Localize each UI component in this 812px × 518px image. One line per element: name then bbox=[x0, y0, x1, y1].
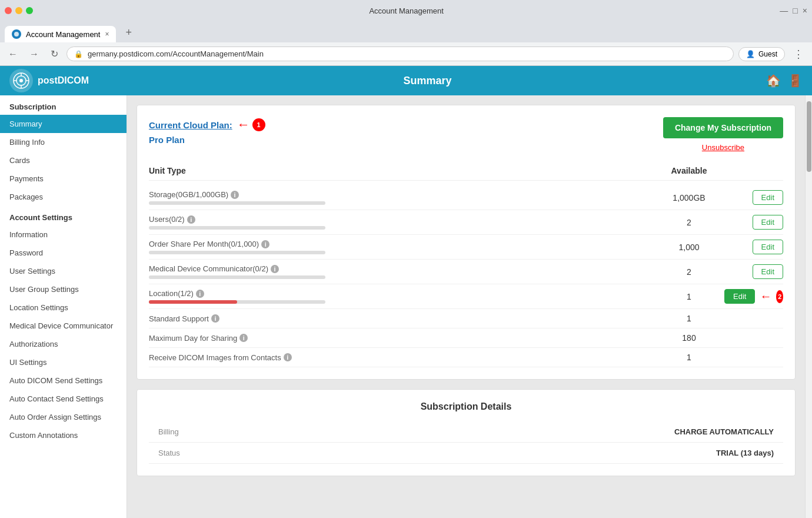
info-icon[interactable]: i bbox=[271, 265, 279, 273]
guest-profile-button[interactable]: 👤 Guest bbox=[738, 47, 785, 61]
close-button[interactable]: × bbox=[803, 6, 807, 15]
sidebar-item-information[interactable]: Information bbox=[0, 225, 127, 244]
unit-name-cell: Maximum Day for Sharing i bbox=[149, 334, 654, 343]
subscription-section-label: Subscription bbox=[0, 95, 127, 115]
sidebar-item-location-settings[interactable]: Location Settings bbox=[0, 298, 127, 317]
sidebar-item-billing-info[interactable]: Billing Info bbox=[0, 133, 127, 151]
tab-bar: Account Management × + bbox=[0, 21, 812, 42]
sidebar-item-custom-annotations[interactable]: Custom Annotations bbox=[0, 426, 127, 444]
unit-name: Standard Support bbox=[149, 314, 209, 323]
unit-name-cell: Medical Device Communicator(0/2) i bbox=[149, 264, 654, 279]
address-text: germany.postdicom.com/AccountManagement/… bbox=[88, 49, 726, 58]
sidebar-item-password[interactable]: Password bbox=[0, 244, 127, 262]
maximize-button[interactable]: □ bbox=[793, 6, 797, 15]
unit-progress-bar bbox=[149, 201, 325, 205]
browser-menu-button[interactable]: ⋮ bbox=[790, 45, 807, 63]
sidebar-item-payments[interactable]: Payments bbox=[0, 170, 127, 188]
edit-button[interactable]: Edit bbox=[753, 240, 783, 254]
sidebar: Subscription Summary Billing Info Cards … bbox=[0, 95, 127, 518]
svg-point-3 bbox=[19, 79, 23, 82]
sidebar-item-authorizations[interactable]: Authorizations bbox=[0, 335, 127, 353]
unit-name-cell: Users(0/2) i bbox=[149, 215, 654, 230]
unit-action: Edit bbox=[724, 190, 783, 205]
unit-progress-bar bbox=[149, 300, 325, 304]
scrollbar[interactable] bbox=[805, 95, 812, 518]
refresh-button[interactable]: ↻ bbox=[47, 46, 62, 62]
current-plan-link[interactable]: Current Cloud Plan: bbox=[149, 120, 232, 130]
info-icon[interactable]: i bbox=[239, 334, 248, 342]
info-icon[interactable]: i bbox=[261, 240, 269, 248]
sidebar-label-billing-info: Billing Info bbox=[9, 138, 45, 147]
plan-header: Current Cloud Plan: ← 1 Pro Plan Change … bbox=[149, 117, 783, 152]
unit-value: 1 bbox=[654, 353, 724, 362]
subscription-details-table: Billing CHARGE AUTOMATICALLY Status TRIA… bbox=[149, 421, 783, 464]
sidebar-label-medical-device: Medical Device Communicator bbox=[9, 321, 113, 330]
sidebar-label-packages: Packages bbox=[9, 192, 43, 201]
table-row: Location(1/2) i 1 Edit bbox=[149, 284, 783, 309]
unit-name-cell: Storage(0GB/1,000GB) i bbox=[149, 190, 654, 205]
arrow-left-2: ← bbox=[760, 290, 771, 303]
col-available-header: Available bbox=[654, 166, 724, 175]
logout-icon[interactable]: 🚪 bbox=[788, 74, 803, 88]
sidebar-label-cards: Cards bbox=[9, 156, 30, 165]
sidebar-label-auto-order: Auto Order Assign Settings bbox=[9, 413, 101, 421]
unit-name: Receive DICOM Images from Contacts bbox=[149, 353, 281, 362]
sidebar-item-user-settings[interactable]: User Settings bbox=[0, 262, 127, 280]
col-unit-type-header: Unit Type bbox=[149, 166, 654, 175]
sidebar-label-payments: Payments bbox=[9, 174, 44, 183]
app-header: postDICOM Summary 🏠 🚪 bbox=[0, 66, 812, 95]
info-icon[interactable]: i bbox=[211, 314, 219, 323]
sidebar-item-cards[interactable]: Cards bbox=[0, 151, 127, 170]
browser-tab-active[interactable]: Account Management × bbox=[5, 26, 116, 42]
new-tab-button[interactable]: + bbox=[118, 23, 139, 42]
table-row: Receive DICOM Images from Contacts i 1 bbox=[149, 348, 783, 367]
sidebar-item-ui-settings[interactable]: UI Settings bbox=[0, 353, 127, 371]
edit-button[interactable]: Edit bbox=[753, 190, 783, 205]
billing-label: Billing bbox=[158, 427, 179, 436]
sidebar-item-user-group-settings[interactable]: User Group Settings bbox=[0, 280, 127, 298]
minimize-button[interactable]: — bbox=[780, 6, 788, 15]
forward-button[interactable]: → bbox=[26, 47, 42, 62]
edit-button-location[interactable]: Edit bbox=[724, 289, 755, 304]
home-icon[interactable]: 🏠 bbox=[766, 74, 781, 88]
info-icon[interactable]: i bbox=[196, 290, 204, 298]
address-bar[interactable]: 🔒 germany.postdicom.com/AccountManagemen… bbox=[66, 47, 734, 61]
unit-value: 2 bbox=[654, 218, 724, 227]
annotation-2-circle: 2 bbox=[776, 290, 783, 303]
tab-close-button[interactable]: × bbox=[105, 30, 109, 38]
tab-title: Account Management bbox=[26, 30, 100, 39]
window-title: Account Management bbox=[38, 6, 775, 15]
sidebar-item-auto-order[interactable]: Auto Order Assign Settings bbox=[0, 408, 127, 426]
sidebar-item-medical-device[interactable]: Medical Device Communicator bbox=[0, 317, 127, 335]
col-action-header bbox=[724, 166, 783, 175]
unit-value: 180 bbox=[654, 333, 724, 343]
edit-button[interactable]: Edit bbox=[753, 264, 783, 279]
info-icon[interactable]: i bbox=[187, 215, 195, 224]
sidebar-item-packages[interactable]: Packages bbox=[0, 188, 127, 206]
table-row: Storage(0GB/1,000GB) i 1,000GB Edit bbox=[149, 185, 783, 210]
main-content: Current Cloud Plan: ← 1 Pro Plan Change … bbox=[127, 95, 805, 518]
unit-name-cell: Location(1/2) i bbox=[149, 289, 654, 304]
plan-actions: Change My Subscription Unsubscribe bbox=[663, 117, 783, 152]
edit-button[interactable]: Edit bbox=[753, 215, 783, 230]
sidebar-item-auto-dicom[interactable]: Auto DICOM Send Settings bbox=[0, 371, 127, 390]
logo-text: postDICOM bbox=[38, 75, 89, 86]
info-icon[interactable]: i bbox=[231, 191, 239, 199]
table-header: Unit Type Available bbox=[149, 161, 783, 181]
header-actions: 🏠 🚪 bbox=[766, 74, 803, 88]
info-icon[interactable]: i bbox=[284, 353, 292, 361]
sidebar-label-custom-annotations: Custom Annotations bbox=[9, 431, 78, 440]
table-row: Maximum Day for Sharing i 180 bbox=[149, 328, 783, 348]
billing-row: Billing CHARGE AUTOMATICALLY bbox=[149, 421, 783, 443]
unit-value: 2 bbox=[654, 267, 724, 277]
back-button[interactable]: ← bbox=[5, 47, 21, 62]
svg-point-0 bbox=[14, 32, 19, 36]
unsubscribe-button[interactable]: Unsubscribe bbox=[702, 143, 744, 152]
unit-name-cell: Order Share Per Month(0/1,000) i bbox=[149, 240, 654, 254]
sidebar-item-auto-contact[interactable]: Auto Contact Send Settings bbox=[0, 390, 127, 408]
sidebar-item-summary[interactable]: Summary bbox=[0, 115, 127, 133]
sidebar-label-authorizations: Authorizations bbox=[9, 340, 58, 348]
sidebar-label-summary: Summary bbox=[9, 119, 42, 128]
unit-name: Order Share Per Month(0/1,000) bbox=[149, 240, 259, 248]
change-subscription-button[interactable]: Change My Subscription bbox=[663, 117, 783, 138]
